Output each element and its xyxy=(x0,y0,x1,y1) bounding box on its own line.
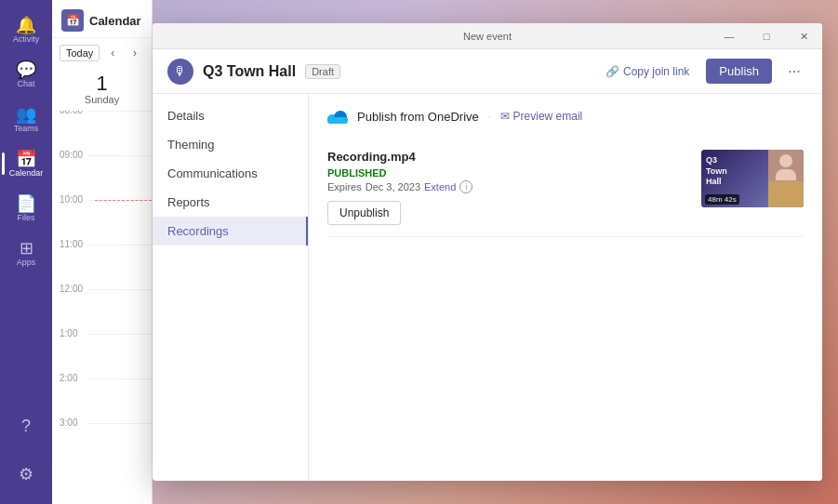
chat-icon: 💬 xyxy=(16,61,36,78)
sidebar-item-activity[interactable]: 🔔 Activity xyxy=(6,9,47,50)
calendar-day: 1 Sunday xyxy=(52,68,152,111)
calendar-panel: 📅 Calendar Today ‹ › 1 Sunday 08:00 09:0… xyxy=(52,0,153,504)
sidebar-item-teams[interactable]: 👥 Teams xyxy=(6,99,47,139)
sidebar-label-chat: Chat xyxy=(17,80,34,88)
calendar-icon-box: 📅 xyxy=(61,9,84,32)
nav-item-reports[interactable]: Reports xyxy=(153,188,308,217)
day-name: Sunday xyxy=(85,94,119,105)
preview-email-link[interactable]: ✉ Preview email xyxy=(500,110,583,123)
day-number: 1 xyxy=(96,73,107,94)
time-slot: 2:00 xyxy=(60,378,152,423)
time-label-1100: 11:00 xyxy=(60,239,87,249)
draft-badge: Draft xyxy=(305,64,340,79)
maximize-button[interactable]: □ xyxy=(748,23,785,49)
teams-sidebar: 🔔 Activity 💬 Chat 👥 Teams 📅 Calendar 📄 F… xyxy=(0,0,52,504)
time-line xyxy=(87,155,152,156)
files-icon: 📄 xyxy=(16,195,36,212)
more-options-button[interactable]: ··· xyxy=(781,59,807,85)
time-label-1200: 12:00 xyxy=(60,284,87,294)
sidebar-item-apps[interactable]: ⊞ Apps xyxy=(6,232,47,273)
nav-item-details[interactable]: Details xyxy=(153,101,308,130)
next-arrow-button[interactable]: › xyxy=(126,44,144,62)
sidebar-item-calendar[interactable]: 📅 Calendar xyxy=(6,143,47,184)
time-slot: 1:00 xyxy=(60,334,152,378)
apps-icon: ⊞ xyxy=(20,240,33,257)
event-icon: 🎙 xyxy=(167,59,193,85)
time-line xyxy=(87,334,152,335)
event-header: 🎙 Q3 Town Hall Draft 🔗 Copy join link Pu… xyxy=(153,49,822,94)
time-line xyxy=(87,111,152,112)
time-label-300: 3:00 xyxy=(60,418,87,428)
time-label-200: 2:00 xyxy=(60,373,87,383)
nav-item-communications[interactable]: Communications xyxy=(153,159,308,188)
copy-join-link-label: Copy join link xyxy=(623,65,689,78)
thumbnail-duration: 48m 42s xyxy=(705,194,739,205)
content-area: Details Theming Communications Reports R… xyxy=(153,94,822,481)
event-modal: New event — □ ✕ 🎙 Q3 Town Hall Draft 🔗 C… xyxy=(153,23,822,481)
sidebar-label-files: Files xyxy=(17,214,34,222)
sidebar-label-teams: Teams xyxy=(14,125,39,133)
envelope-icon: ✉ xyxy=(500,110,510,123)
window-controls: — □ ✕ xyxy=(711,23,822,49)
svg-rect-2 xyxy=(327,117,348,124)
expires-date: Dec 3, 2023 xyxy=(366,181,420,192)
time-line xyxy=(87,289,152,290)
time-slot: 08:00 xyxy=(60,111,152,155)
time-line xyxy=(87,245,152,245)
thumbnail-person1 xyxy=(768,150,804,185)
time-label-0900: 09:00 xyxy=(60,150,87,160)
publish-bar: Publish from OneDrive · ✉ Preview email xyxy=(327,109,804,124)
current-time-indicator xyxy=(95,200,152,201)
onedrive-icon xyxy=(327,109,348,124)
minimize-button[interactable]: — xyxy=(711,23,748,49)
time-slot: 09:00 xyxy=(60,155,152,200)
prev-arrow-button[interactable]: ‹ xyxy=(103,44,122,62)
recording-info: Recording.mp4 PUBLISHED Expires Dec 3, 2… xyxy=(327,150,686,225)
nav-item-theming[interactable]: Theming xyxy=(153,130,308,159)
left-nav: Details Theming Communications Reports R… xyxy=(153,94,309,481)
recording-card: Recording.mp4 PUBLISHED Expires Dec 3, 2… xyxy=(327,139,804,237)
time-label-100: 1:00 xyxy=(60,328,87,338)
publish-button[interactable]: Publish xyxy=(706,59,772,84)
thumbnail-title: Q3 Town Hall xyxy=(706,155,727,188)
event-title: Q3 Town Hall xyxy=(203,63,296,80)
person-head xyxy=(779,154,792,167)
extend-link[interactable]: Extend xyxy=(424,181,456,192)
today-button[interactable]: Today xyxy=(60,45,100,61)
sidebar-item-chat[interactable]: 💬 Chat xyxy=(6,54,47,95)
person-silhouette xyxy=(768,150,804,185)
time-slot: 3:00 xyxy=(60,423,152,468)
time-slot: 12:00 xyxy=(60,289,152,334)
time-label-0800: 08:00 xyxy=(60,111,87,115)
time-line xyxy=(87,378,152,379)
sidebar-label-calendar: Calendar xyxy=(9,169,44,178)
sidebar-item-files[interactable]: 📄 Files xyxy=(6,188,47,229)
sidebar-item-settings[interactable]: ⚙ xyxy=(6,454,47,495)
thumbnail-background: Q3 Town Hall 48m 42s xyxy=(701,150,804,207)
recordings-content: Publish from OneDrive · ✉ Preview email … xyxy=(309,94,822,481)
titlebar-text: New event xyxy=(463,31,512,42)
activity-icon: 🔔 xyxy=(16,17,36,33)
close-button[interactable]: ✕ xyxy=(785,23,822,49)
calendar-header: 📅 Calendar xyxy=(52,0,152,38)
expires-prefix: Expires xyxy=(327,181,362,192)
help-icon: ? xyxy=(21,418,31,434)
publish-source-label: Publish from OneDrive xyxy=(357,110,479,124)
calendar-nav-icon: 📅 xyxy=(16,151,36,167)
time-label-1000: 10:00 xyxy=(60,194,87,205)
sidebar-item-help[interactable]: ? xyxy=(6,405,47,446)
window-titlebar: New event — □ ✕ xyxy=(153,23,822,49)
link-icon: 🔗 xyxy=(605,65,619,78)
calendar-panel-title: Calendar xyxy=(89,14,141,28)
nav-item-recordings[interactable]: Recordings xyxy=(153,217,308,245)
video-thumbnail[interactable]: Q3 Town Hall 48m 42s xyxy=(701,150,804,207)
time-slot: 11:00 xyxy=(60,245,152,289)
info-icon[interactable]: i xyxy=(459,180,472,193)
time-slots: 08:00 09:00 10:00 11:00 12:00 1:00 2:00 xyxy=(52,111,152,504)
recording-name: Recording.mp4 xyxy=(327,150,686,164)
published-status: PUBLISHED xyxy=(327,167,686,179)
copy-join-link-button[interactable]: 🔗 Copy join link xyxy=(598,61,697,82)
unpublish-button[interactable]: Unpublish xyxy=(327,201,401,225)
calendar-nav: Today ‹ › xyxy=(52,38,152,68)
thumbnail-person2 xyxy=(768,181,804,207)
